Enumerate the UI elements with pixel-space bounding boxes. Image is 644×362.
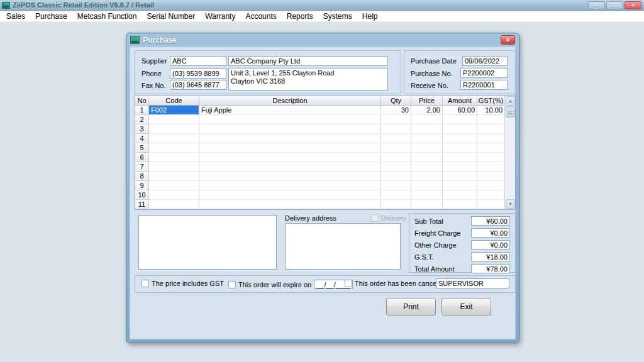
grid-cell-price[interactable] xyxy=(411,115,443,124)
grid-cell-qty[interactable] xyxy=(381,190,411,200)
phone-input[interactable] xyxy=(170,69,226,79)
grid-cell-amount[interactable] xyxy=(443,172,477,181)
grid-cell-description[interactable] xyxy=(199,124,381,134)
row-number[interactable]: 11 xyxy=(135,200,149,209)
grid-cell-amount[interactable] xyxy=(443,134,477,143)
grid-cell-description[interactable] xyxy=(199,162,381,172)
grid-cell-gst[interactable] xyxy=(477,200,505,209)
grid-cell-amount[interactable] xyxy=(443,181,477,190)
row-number[interactable]: 4 xyxy=(135,134,149,143)
grid-cell-qty[interactable] xyxy=(381,153,411,162)
grid-cell-price[interactable] xyxy=(411,200,443,209)
grid-cell-gst[interactable] xyxy=(477,162,505,172)
grid-cell-qty[interactable] xyxy=(381,162,411,172)
receive-no-input[interactable] xyxy=(460,80,508,90)
grid-cell-qty[interactable] xyxy=(381,143,411,153)
grid-cell-code[interactable] xyxy=(149,134,199,143)
grid-cell-gst[interactable] xyxy=(477,181,505,190)
grid-cell-description[interactable] xyxy=(199,153,381,162)
grid-cell-price[interactable]: 2.00 xyxy=(411,106,443,115)
grid-cell-description[interactable]: Fuji Apple xyxy=(199,106,381,115)
order-expire-checkbox[interactable] xyxy=(228,281,236,288)
grid-cell-amount[interactable] xyxy=(443,200,477,209)
grid-cell-gst[interactable] xyxy=(477,143,505,153)
grid-cell-amount[interactable] xyxy=(443,190,477,200)
grid-cell-description[interactable] xyxy=(199,134,381,143)
scroll-down-icon[interactable]: ▼ xyxy=(506,199,515,209)
row-number[interactable]: 6 xyxy=(135,153,149,162)
grid-cell-price[interactable] xyxy=(411,134,443,143)
order-cancelled-checkbox[interactable] xyxy=(345,280,352,287)
grid-cell-code[interactable] xyxy=(149,124,199,134)
grid-cell-amount[interactable] xyxy=(443,143,477,153)
row-number[interactable]: 8 xyxy=(135,172,149,181)
row-number[interactable]: 3 xyxy=(135,124,149,134)
purchase-date-input[interactable] xyxy=(462,56,508,66)
menu-item-serial-number[interactable]: Serial Number xyxy=(142,11,200,21)
menu-item-purchase[interactable]: Purchase xyxy=(30,11,72,21)
grid-cell-description[interactable] xyxy=(199,190,381,200)
price-includes-gst-checkbox[interactable] xyxy=(142,280,149,287)
row-number[interactable]: 9 xyxy=(135,181,149,190)
grid-cell-code[interactable] xyxy=(149,172,199,181)
grid-cell-description[interactable] xyxy=(199,115,381,124)
close-button[interactable]: ✕ xyxy=(625,1,641,9)
grid-cell-code[interactable] xyxy=(149,190,199,200)
menu-item-metcash-function[interactable]: Metcash Function xyxy=(72,11,142,21)
menu-item-warranty[interactable]: Warranty xyxy=(200,11,240,21)
grid-cell-gst[interactable]: 10.00 xyxy=(477,106,505,115)
grid-cell-code[interactable] xyxy=(149,115,199,124)
grid-cell-qty[interactable] xyxy=(381,200,411,209)
row-number[interactable]: 5 xyxy=(135,143,149,153)
grid-cell-gst[interactable] xyxy=(477,115,505,124)
scrollbar-thumb[interactable] xyxy=(506,106,515,118)
user-input[interactable] xyxy=(436,278,509,288)
grid-cell-price[interactable] xyxy=(411,124,443,134)
row-number[interactable]: 2 xyxy=(135,115,149,124)
grid-cell-price[interactable] xyxy=(411,153,443,162)
row-number[interactable]: 1 xyxy=(135,106,149,115)
grid-cell-amount[interactable] xyxy=(443,115,477,124)
grid-cell-qty[interactable] xyxy=(381,181,411,190)
supplier-address-input[interactable]: Unit 3, Level 1, 255 Clayton Road Clayto… xyxy=(228,68,388,90)
delivery-address-input[interactable] xyxy=(285,223,401,270)
menu-item-reports[interactable]: Reports xyxy=(282,11,318,21)
row-number[interactable]: 10 xyxy=(135,190,149,200)
grid-cell-amount[interactable] xyxy=(443,124,477,134)
grid-cell-price[interactable] xyxy=(411,143,443,153)
menu-item-sales[interactable]: Sales xyxy=(1,11,30,21)
grid-cell-qty[interactable] xyxy=(381,115,411,124)
grid-cell-price[interactable] xyxy=(411,190,443,200)
maximize-button[interactable]: ❐ xyxy=(606,1,623,9)
grid-cell-description[interactable] xyxy=(199,172,381,181)
notes-input[interactable] xyxy=(138,215,277,270)
grid-cell-gst[interactable] xyxy=(477,190,505,200)
grid-cell-gst[interactable] xyxy=(477,134,505,143)
grid-cell-price[interactable] xyxy=(411,181,443,190)
grid-cell-gst[interactable] xyxy=(477,153,505,162)
grid-cell-amount[interactable] xyxy=(443,153,477,162)
fax-input[interactable] xyxy=(170,80,226,90)
menu-item-systems[interactable]: Systems xyxy=(318,11,357,21)
grid-cell-qty[interactable] xyxy=(381,124,411,134)
grid-cell-qty[interactable]: 30 xyxy=(381,106,411,115)
grid-cell-qty[interactable] xyxy=(381,134,411,143)
row-number[interactable]: 7 xyxy=(135,162,149,172)
menu-item-help[interactable]: Help xyxy=(357,11,383,21)
supplier-code-input[interactable] xyxy=(170,56,226,66)
grid-cell-gst[interactable] xyxy=(477,124,505,134)
grid-cell-qty[interactable] xyxy=(381,172,411,181)
grid-cell-gst[interactable] xyxy=(477,172,505,181)
grid-cell-description[interactable] xyxy=(199,181,381,190)
grid-cell-amount[interactable]: 60.00 xyxy=(443,106,477,115)
grid-cell-price[interactable] xyxy=(411,162,443,172)
grid-cell-code[interactable] xyxy=(149,143,199,153)
grid-vertical-scrollbar[interactable]: ▲ ▼ xyxy=(504,96,515,209)
grid-cell-code[interactable] xyxy=(149,181,199,190)
grid-cell-description[interactable] xyxy=(199,143,381,153)
grid-cell-code[interactable] xyxy=(149,162,199,172)
supplier-name-input[interactable] xyxy=(228,56,388,66)
print-button[interactable]: Print xyxy=(386,298,436,315)
grid-cell-code[interactable] xyxy=(149,153,199,162)
purchase-no-input[interactable] xyxy=(460,68,508,78)
